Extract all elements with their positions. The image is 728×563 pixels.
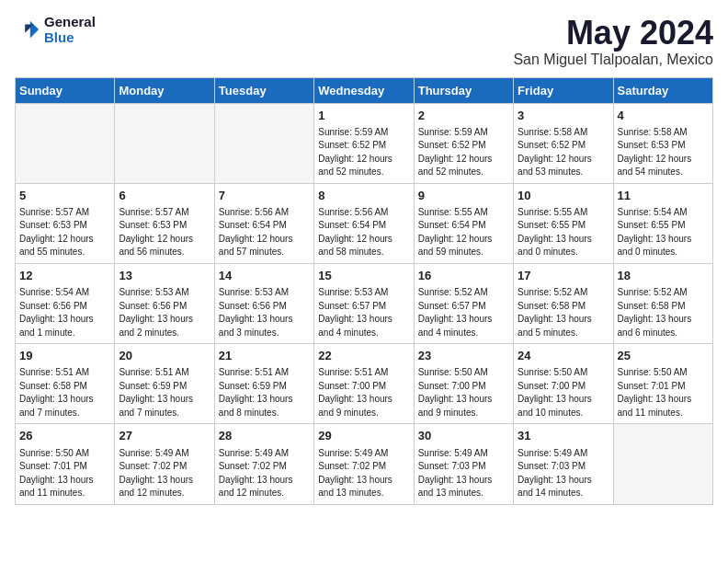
day-number: 30 [418, 428, 509, 444]
day-number: 25 [618, 348, 709, 364]
header-row: SundayMondayTuesdayWednesdayThursdayFrid… [16, 77, 713, 103]
calendar-table: SundayMondayTuesdayWednesdayThursdayFrid… [15, 77, 713, 505]
day-info: Sunrise: 5:49 AM Sunset: 7:03 PM Dayligh… [418, 447, 509, 500]
day-info: Sunrise: 5:52 AM Sunset: 6:58 PM Dayligh… [618, 286, 709, 339]
calendar-cell: 5Sunrise: 5:57 AM Sunset: 6:53 PM Daylig… [16, 183, 115, 263]
calendar-cell: 6Sunrise: 5:57 AM Sunset: 6:53 PM Daylig… [115, 183, 214, 263]
location-title: San Miguel Tlalpoalan, Mexico [513, 52, 713, 68]
day-number: 17 [518, 268, 609, 284]
calendar-cell: 10Sunrise: 5:55 AM Sunset: 6:55 PM Dayli… [514, 183, 613, 263]
svg-marker-0 [30, 20, 39, 38]
day-number: 12 [19, 268, 110, 284]
day-number: 6 [119, 188, 210, 204]
calendar-cell: 11Sunrise: 5:54 AM Sunset: 6:55 PM Dayli… [613, 183, 712, 263]
day-number: 22 [318, 348, 409, 364]
day-number: 27 [119, 428, 210, 444]
header-cell-sunday: Sunday [16, 77, 115, 103]
day-info: Sunrise: 5:54 AM Sunset: 6:56 PM Dayligh… [19, 286, 110, 339]
calendar-cell: 31Sunrise: 5:49 AM Sunset: 7:03 PM Dayli… [514, 424, 613, 504]
page-header: General Blue May 2024 San Miguel Tlalpoa… [15, 15, 713, 68]
day-number: 9 [418, 188, 509, 204]
calendar-cell: 8Sunrise: 5:56 AM Sunset: 6:54 PM Daylig… [314, 183, 414, 263]
day-number: 2 [418, 108, 509, 124]
day-info: Sunrise: 5:50 AM Sunset: 7:01 PM Dayligh… [618, 366, 709, 419]
header-cell-thursday: Thursday [414, 77, 513, 103]
day-number: 1 [318, 108, 409, 124]
day-number: 28 [219, 428, 310, 444]
calendar-cell: 25Sunrise: 5:50 AM Sunset: 7:01 PM Dayli… [613, 344, 712, 424]
logo-icon [15, 17, 40, 43]
day-info: Sunrise: 5:49 AM Sunset: 7:02 PM Dayligh… [318, 447, 409, 500]
calendar-cell: 26Sunrise: 5:50 AM Sunset: 7:01 PM Dayli… [16, 424, 115, 504]
calendar-header: SundayMondayTuesdayWednesdayThursdayFrid… [16, 77, 713, 103]
calendar-cell: 7Sunrise: 5:56 AM Sunset: 6:54 PM Daylig… [214, 183, 313, 263]
calendar-cell: 4Sunrise: 5:58 AM Sunset: 6:53 PM Daylig… [613, 103, 712, 183]
day-info: Sunrise: 5:49 AM Sunset: 7:02 PM Dayligh… [219, 447, 310, 500]
day-number: 4 [618, 108, 709, 124]
day-number: 20 [119, 348, 210, 364]
day-number: 31 [518, 428, 609, 444]
calendar-cell: 29Sunrise: 5:49 AM Sunset: 7:02 PM Dayli… [314, 424, 414, 504]
day-info: Sunrise: 5:50 AM Sunset: 7:00 PM Dayligh… [518, 366, 609, 419]
header-cell-wednesday: Wednesday [314, 77, 414, 103]
calendar-cell: 1Sunrise: 5:59 AM Sunset: 6:52 PM Daylig… [314, 103, 414, 183]
day-info: Sunrise: 5:57 AM Sunset: 6:53 PM Dayligh… [19, 206, 110, 259]
day-info: Sunrise: 5:58 AM Sunset: 6:52 PM Dayligh… [518, 126, 609, 179]
day-number: 8 [318, 188, 409, 204]
calendar-cell: 15Sunrise: 5:53 AM Sunset: 6:57 PM Dayli… [314, 263, 414, 343]
day-number: 15 [318, 268, 409, 284]
day-info: Sunrise: 5:51 AM Sunset: 7:00 PM Dayligh… [318, 366, 409, 419]
day-info: Sunrise: 5:50 AM Sunset: 7:01 PM Dayligh… [19, 447, 110, 500]
day-number: 19 [19, 348, 110, 364]
day-info: Sunrise: 5:49 AM Sunset: 7:02 PM Dayligh… [119, 447, 210, 500]
day-info: Sunrise: 5:51 AM Sunset: 6:58 PM Dayligh… [19, 366, 110, 419]
day-info: Sunrise: 5:59 AM Sunset: 6:52 PM Dayligh… [318, 126, 409, 179]
day-info: Sunrise: 5:50 AM Sunset: 7:00 PM Dayligh… [418, 366, 509, 419]
day-number: 11 [618, 188, 709, 204]
day-number: 7 [219, 188, 310, 204]
calendar-cell: 9Sunrise: 5:55 AM Sunset: 6:54 PM Daylig… [414, 183, 513, 263]
calendar-cell: 22Sunrise: 5:51 AM Sunset: 7:00 PM Dayli… [314, 344, 414, 424]
day-number: 26 [19, 428, 110, 444]
calendar-cell: 20Sunrise: 5:51 AM Sunset: 6:59 PM Dayli… [115, 344, 214, 424]
calendar-cell: 3Sunrise: 5:58 AM Sunset: 6:52 PM Daylig… [514, 103, 613, 183]
calendar-cell [16, 103, 115, 183]
day-number: 10 [518, 188, 609, 204]
day-number: 29 [318, 428, 409, 444]
day-info: Sunrise: 5:56 AM Sunset: 6:54 PM Dayligh… [318, 206, 409, 259]
day-info: Sunrise: 5:53 AM Sunset: 6:56 PM Dayligh… [119, 286, 210, 339]
calendar-cell: 18Sunrise: 5:52 AM Sunset: 6:58 PM Dayli… [613, 263, 712, 343]
calendar-cell: 17Sunrise: 5:52 AM Sunset: 6:58 PM Dayli… [514, 263, 613, 343]
day-info: Sunrise: 5:52 AM Sunset: 6:57 PM Dayligh… [418, 286, 509, 339]
logo-blue: Blue [44, 30, 96, 46]
calendar-cell: 19Sunrise: 5:51 AM Sunset: 6:58 PM Dayli… [16, 344, 115, 424]
header-cell-tuesday: Tuesday [214, 77, 313, 103]
calendar-cell: 23Sunrise: 5:50 AM Sunset: 7:00 PM Dayli… [414, 344, 513, 424]
logo-text: General Blue [44, 15, 96, 45]
calendar-cell [214, 103, 313, 183]
day-number: 18 [618, 268, 709, 284]
header-cell-saturday: Saturday [613, 77, 712, 103]
calendar-cell: 24Sunrise: 5:50 AM Sunset: 7:00 PM Dayli… [514, 344, 613, 424]
day-number: 21 [219, 348, 310, 364]
calendar-cell: 16Sunrise: 5:52 AM Sunset: 6:57 PM Dayli… [414, 263, 513, 343]
day-info: Sunrise: 5:56 AM Sunset: 6:54 PM Dayligh… [219, 206, 310, 259]
week-row: 26Sunrise: 5:50 AM Sunset: 7:01 PM Dayli… [16, 424, 713, 504]
header-cell-friday: Friday [514, 77, 613, 103]
day-info: Sunrise: 5:53 AM Sunset: 6:57 PM Dayligh… [318, 286, 409, 339]
day-number: 23 [418, 348, 509, 364]
day-number: 24 [518, 348, 609, 364]
header-cell-monday: Monday [115, 77, 214, 103]
day-info: Sunrise: 5:52 AM Sunset: 6:58 PM Dayligh… [518, 286, 609, 339]
day-number: 5 [19, 188, 110, 204]
day-info: Sunrise: 5:59 AM Sunset: 6:52 PM Dayligh… [418, 126, 509, 179]
calendar-cell: 28Sunrise: 5:49 AM Sunset: 7:02 PM Dayli… [214, 424, 313, 504]
day-info: Sunrise: 5:51 AM Sunset: 6:59 PM Dayligh… [119, 366, 210, 419]
logo-general: General [44, 15, 96, 30]
day-number: 16 [418, 268, 509, 284]
day-info: Sunrise: 5:53 AM Sunset: 6:56 PM Dayligh… [219, 286, 310, 339]
day-info: Sunrise: 5:58 AM Sunset: 6:53 PM Dayligh… [618, 126, 709, 179]
calendar-cell: 27Sunrise: 5:49 AM Sunset: 7:02 PM Dayli… [115, 424, 214, 504]
calendar-cell: 14Sunrise: 5:53 AM Sunset: 6:56 PM Dayli… [214, 263, 313, 343]
calendar-cell [115, 103, 214, 183]
